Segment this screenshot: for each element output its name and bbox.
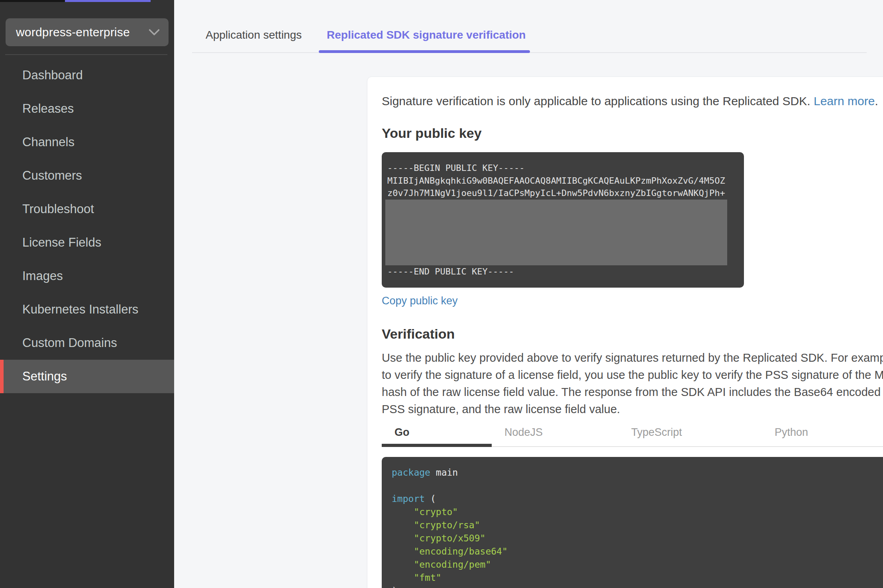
copy-public-key-link[interactable]: Copy public key — [382, 295, 458, 307]
sidebar: wordpress-enterprise DashboardReleasesCh… — [0, 0, 174, 588]
sidebar-item-troubleshoot[interactable]: Troubleshoot — [0, 192, 174, 226]
sidebar-item-label: Troubleshoot — [22, 202, 94, 216]
learn-more-link[interactable]: Learn more — [814, 94, 875, 108]
sidebar-item-label: Releases — [22, 102, 74, 116]
language-tab-go[interactable]: Go — [394, 426, 410, 439]
code-line: ) — [392, 584, 883, 588]
code-token-plain: ( — [425, 494, 436, 504]
redacted-key-region — [385, 200, 727, 265]
sidebar-item-dashboard[interactable]: Dashboard — [0, 59, 174, 92]
code-token-string: "crypto/x509" — [414, 533, 485, 543]
language-tabs: GoNodeJSTypeScriptPython — [382, 424, 883, 448]
chevron-down-icon — [149, 24, 160, 35]
code-token-plain — [392, 507, 414, 517]
public-key-line: z0v7Jh7M1NgV1joeu9l1/IaCPsMpyIcL+Dnw5Pdv… — [387, 187, 744, 200]
language-active-underline — [382, 444, 492, 447]
code-token-plain — [392, 520, 414, 530]
tab-replicated-sdk-signature-verification[interactable]: Replicated SDK signature verification — [327, 29, 526, 41]
sidebar-item-images[interactable]: Images — [0, 259, 174, 293]
sidebar-item-label: Channels — [22, 135, 75, 149]
code-line: "encoding/base64" — [392, 545, 883, 558]
sidebar-item-releases[interactable]: Releases — [0, 92, 174, 125]
code-sample-block: package main import ( "crypto" "crypto/r… — [382, 457, 883, 588]
code-line: "fmt" — [392, 571, 883, 584]
active-tab-underline — [319, 50, 530, 53]
code-token-string: "crypto/rsa" — [414, 520, 480, 530]
language-tab-nodejs[interactable]: NodeJS — [504, 426, 543, 439]
code-token-plain: ) — [392, 586, 397, 588]
language-tab-typescript[interactable]: TypeScript — [631, 426, 682, 439]
main-content: Application settingsReplicated SDK signa… — [174, 0, 883, 588]
public-key-block: -----BEGIN PUBLIC KEY-----MIIBIjANBgkqhk… — [382, 152, 744, 288]
code-line: package main — [392, 466, 883, 479]
code-line — [392, 479, 883, 492]
code-token-keyword: import — [392, 494, 425, 504]
code-token-string: "encoding/pem" — [414, 559, 491, 570]
sidebar-divider — [5, 54, 167, 55]
intro-text-suffix: . — [875, 94, 878, 108]
code-line: "crypto" — [392, 506, 883, 519]
code-token-string: "crypto" — [414, 507, 458, 517]
public-key-end-line: -----END PUBLIC KEY----- — [387, 265, 744, 278]
intro-text: Signature verification is only applicabl… — [382, 94, 878, 108]
tab-application-settings[interactable]: Application settings — [206, 29, 302, 41]
sidebar-nav: DashboardReleasesChannelsCustomersTroubl… — [0, 59, 174, 393]
sidebar-item-label: Customers — [22, 169, 82, 183]
header-tabs: Application settingsReplicated SDK signa… — [174, 0, 883, 56]
intro-text-main: Signature verification is only applicabl… — [382, 94, 814, 108]
sidebar-item-label: License Fields — [22, 235, 101, 250]
code-token-string: "fmt" — [414, 572, 441, 583]
sidebar-item-customers[interactable]: Customers — [0, 159, 174, 192]
code-token-plain — [392, 572, 414, 583]
sidebar-item-label: Custom Domains — [22, 336, 117, 350]
public-key-line: MIIBIjANBgkqhkiG9w0BAQEFAAOCAQ8AMIIBCgKC… — [387, 174, 744, 187]
public-key-heading: Your public key — [382, 125, 482, 141]
sidebar-item-kubernetes-installers[interactable]: Kubernetes Installers — [0, 293, 174, 326]
code-token-plain: main — [430, 467, 458, 478]
code-token-string: "encoding/base64" — [414, 546, 507, 557]
public-key-line: -----BEGIN PUBLIC KEY----- — [387, 162, 744, 174]
code-line: "crypto/x509" — [392, 532, 883, 545]
code-line: import ( — [392, 492, 883, 506]
sidebar-item-channels[interactable]: Channels — [0, 125, 174, 159]
code-line: "encoding/pem" — [392, 558, 883, 571]
sidebar-item-settings[interactable]: Settings — [0, 360, 174, 393]
code-token-plain — [392, 559, 414, 570]
sidebar-item-custom-domains[interactable]: Custom Domains — [0, 326, 174, 360]
top-accent-bar — [65, 0, 151, 2]
app-selector-dropdown[interactable]: wordpress-enterprise — [6, 18, 169, 46]
sidebar-item-license-fields[interactable]: License Fields — [0, 226, 174, 259]
sidebar-item-label: Kubernetes Installers — [22, 302, 138, 317]
language-tab-python[interactable]: Python — [775, 426, 808, 439]
code-line: "crypto/rsa" — [392, 519, 883, 532]
code-token-plain — [392, 533, 414, 543]
sidebar-item-label: Images — [22, 269, 63, 283]
verification-heading: Verification — [382, 326, 455, 342]
code-token-keyword: package — [392, 467, 430, 478]
top-strip — [0, 0, 65, 2]
active-item-accent-bar — [0, 360, 4, 393]
code-token-plain — [392, 546, 414, 557]
public-key-lines: -----BEGIN PUBLIC KEY-----MIIBIjANBgkqhk… — [387, 162, 744, 200]
settings-card: Signature verification is only applicabl… — [367, 76, 883, 588]
sidebar-item-label: Dashboard — [22, 68, 83, 82]
app-selector-value: wordpress-enterprise — [16, 25, 130, 39]
verification-description: Use the public key provided above to ver… — [382, 349, 883, 418]
sidebar-item-label: Settings — [22, 369, 67, 384]
